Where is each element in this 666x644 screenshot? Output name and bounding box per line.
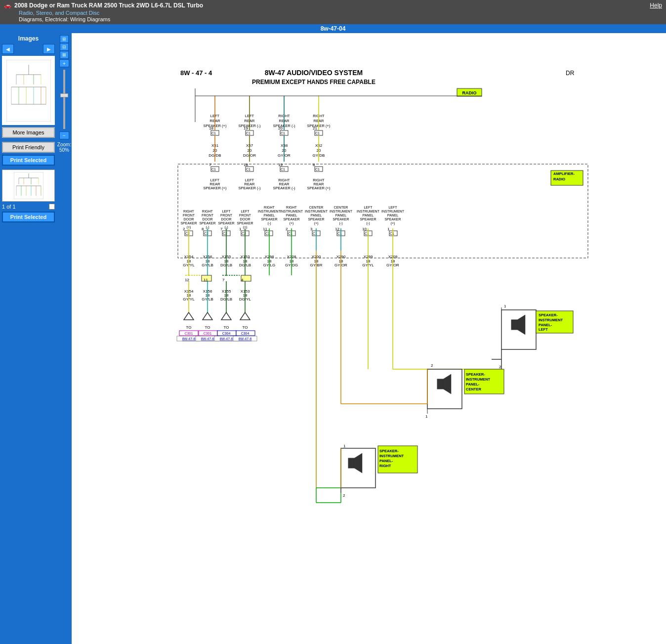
subtitle: Radio, Stereo, and Compact Disc [4,10,203,16]
svg-text:C301: C301 [204,332,212,335]
svg-rect-305 [437,379,443,389]
sidebar: Images ◀ ▶ [0,33,57,644]
svg-text:18: 18 [244,163,248,167]
svg-text:SPEAKER: SPEAKER [237,221,253,225]
svg-text:1: 1 [239,227,242,231]
svg-text:FRONT: FRONT [239,214,251,217]
svg-text:11: 11 [263,227,267,231]
svg-text:2: 2 [183,227,185,231]
svg-text:INSTRUMENT: INSTRUMENT [357,210,380,213]
svg-text:PANEL: PANEL [264,214,275,217]
svg-text:19: 19 [278,163,283,167]
radio-label: RADIO [462,90,477,95]
svg-text:INSTRUMENT: INSTRUMENT [280,210,303,213]
svg-text:CENTER: CENTER [466,387,481,391]
print-selected-button-2[interactable]: Print Selected [2,212,55,222]
svg-text:LEFT: LEFT [539,327,548,332]
svg-text:PANEL: PANEL [387,214,399,217]
vehicle-title-row: 🚗 2008 Dodge or Ram Truck RAM 2500 Truck… [4,2,203,9]
svg-text:2: 2 [499,365,501,369]
svg-text:7: 7 [220,227,223,231]
svg-text:C1: C1 [281,168,285,171]
svg-text:C1: C1 [281,131,285,135]
diagram-area[interactable]: 8W - 47 - 4 8W-47 AUDIO/VIDEO SYSTEM DR … [72,33,666,644]
svg-text:FRONT: FRONT [202,214,214,217]
svg-marker-261 [240,312,250,320]
page-checkbox[interactable] [49,204,55,210]
zoom-label: Zoom: 50% [57,142,71,153]
svg-text:SPEAKER-: SPEAKER- [539,313,558,317]
print-friendly-button[interactable]: Print Friendly [2,142,55,153]
svg-text:RIGHT: RIGHT [202,210,213,213]
svg-text:1: 1 [387,227,390,231]
diagram-title-left: 8W - 47 - 4 [180,69,212,77]
svg-text:FRONT: FRONT [220,214,233,217]
svg-text:INSTRUMENT: INSTRUMENT [330,210,353,213]
svg-text:RIGHT: RIGHT [379,464,391,468]
svg-text:FRONT: FRONT [183,214,195,217]
svg-text:SPEAKER: SPEAKER [261,217,277,221]
print-selected-button-1[interactable]: Print Selected [2,155,55,166]
svg-text:SPEAKER: SPEAKER [360,217,376,221]
svg-text:PANEL: PANEL [363,214,374,217]
svg-text:TO: TO [224,325,229,330]
svg-text:2: 2 [343,493,345,498]
main-layout: Images ◀ ▶ [0,33,666,644]
page-number: 1 of 1 [2,204,16,210]
fit-page-button[interactable]: ⊞ [60,35,69,43]
fit-width-button[interactable]: ⊟ [60,43,69,51]
svg-text:LEFT: LEFT [241,210,250,213]
svg-text:SPEAKER-: SPEAKER- [379,449,399,453]
svg-text:DOOR: DOOR [203,217,213,221]
zoom-slider-track [63,70,65,129]
page-indicator: 1 of 1 [2,204,55,210]
svg-text:8W-47-6: 8W-47-6 [239,337,252,341]
svg-text:19: 19 [244,126,248,130]
svg-text:INSTRUMENT: INSTRUMENT [258,210,281,213]
more-images-button[interactable]: More Images [2,127,55,138]
svg-text:PANEL: PANEL [311,214,322,217]
svg-text:INSTRUMENT: INSTRUMENT [305,210,328,213]
diagram-subtitle: PREMIUM EXCEPT HANDS FREE CAPABLE [252,79,375,86]
diagram-id: 8w-47-04 [321,25,346,32]
svg-text:INSTRUMENT: INSTRUMENT [379,454,404,458]
svg-text:7: 7 [222,278,225,282]
svg-text:TO: TO [186,325,192,330]
next-button[interactable]: ▶ [43,44,55,54]
svg-text:C1: C1 [315,131,320,135]
svg-text:12: 12 [335,227,339,231]
svg-text:10: 10 [362,227,367,231]
svg-text:RIGHT: RIGHT [183,210,195,213]
svg-text:INSTRUMENT: INSTRUMENT [381,210,405,213]
svg-text:SPEAKER: SPEAKER [180,221,197,225]
help-link[interactable]: Help [650,2,662,9]
svg-text:C304: C304 [222,332,231,335]
svg-text:SPEAKER: SPEAKER [283,217,299,221]
svg-text:INSTRUMENT: INSTRUMENT [466,377,491,382]
svg-text:C1: C1 [211,131,216,135]
svg-text:8: 8 [202,227,204,231]
svg-text:SPEAKER: SPEAKER [384,217,401,221]
svg-text:21: 21 [313,126,317,130]
svg-text:(-): (-) [268,221,271,225]
zoom-out-button[interactable]: − [59,131,69,139]
zoom-in-button[interactable]: + [59,59,69,67]
vehicle-title: 2008 Dodge or Ram Truck RAM 2500 Truck 2… [14,2,203,9]
svg-text:8: 8 [313,163,315,167]
images-label: Images [2,35,55,42]
breadcrumb: Diagrams, Electrical: Wiring Diagrams [4,16,203,22]
svg-text:20: 20 [278,126,283,130]
svg-text:7: 7 [209,163,211,167]
svg-text:18: 18 [209,126,213,130]
svg-text:(+): (+) [391,221,395,225]
prev-button[interactable]: ◀ [2,44,14,54]
svg-text:DOOR: DOOR [184,217,194,221]
svg-text:LEFT: LEFT [222,210,231,213]
svg-text:DOOR: DOOR [221,217,232,221]
svg-text:LEFT: LEFT [364,206,373,209]
svg-rect-318 [348,458,354,468]
zoom-slider-handle[interactable] [60,93,68,97]
svg-text:1: 1 [425,414,428,419]
fit-height-button[interactable]: ⊠ [60,51,69,59]
svg-text:SPEAKER (+): SPEAKER (+) [307,186,331,190]
